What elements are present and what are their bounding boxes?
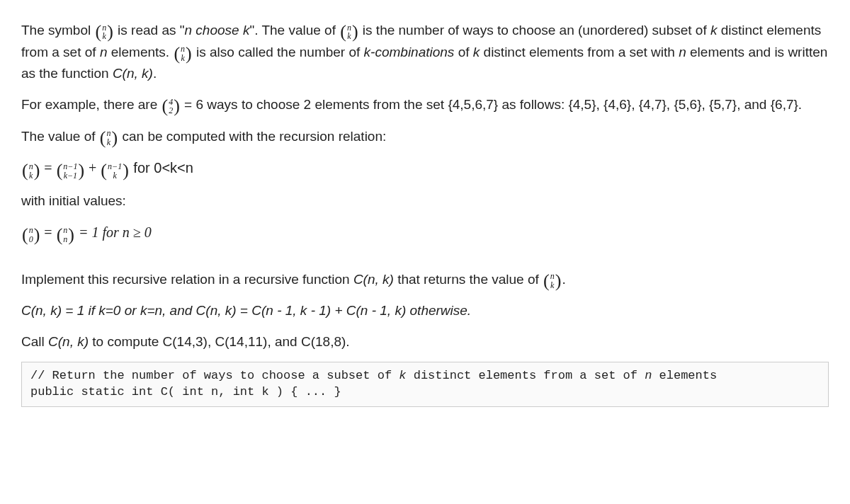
paragraph-recursion-intro: The value of (nk) can be computed with t… xyxy=(21,126,829,148)
text: distinct elements from a set with xyxy=(480,45,679,59)
text: ". The value of xyxy=(249,23,339,38)
text: is also called the number of xyxy=(193,45,364,59)
paragraph-example: For example, there are (42) = 6 ways to … xyxy=(21,94,829,116)
code-comment: // Return the number of ways to choose a… xyxy=(30,369,399,382)
text-italic: n xyxy=(100,45,108,59)
text: For example, there are xyxy=(21,97,161,112)
text: that returns the value of xyxy=(394,272,543,287)
text: The symbol xyxy=(21,23,94,38)
binom-n-k: (nk) xyxy=(100,127,118,147)
paragraph-initial-values: with initial values: xyxy=(21,190,829,211)
text: of xyxy=(454,45,472,59)
text: = xyxy=(40,160,55,176)
text-italic: C(n, k) xyxy=(113,66,153,81)
text: can be computed with the recursion relat… xyxy=(118,129,386,144)
text-italic: C(n, k) xyxy=(353,272,394,287)
binom-nminus1-kminus1: (n−1k−1) xyxy=(57,159,84,181)
text: = 6 ways to choose 2 elements from the s… xyxy=(181,97,802,112)
paragraph-call: Call C(n, k) to compute C(14,3), C(14,11… xyxy=(21,331,829,352)
equation-initial: (n0) = (nn) = 1 for n ≥ 0 xyxy=(21,222,829,245)
binom-n-k: (nk) xyxy=(543,270,561,290)
code-comment-italic: k xyxy=(399,369,406,382)
text-italic: k xyxy=(473,45,480,59)
code-comment: distinct elements from a set of xyxy=(407,369,645,382)
text: Implement this recursive relation in a r… xyxy=(21,272,353,287)
text: is read as " xyxy=(114,23,185,38)
paragraph-intro: The symbol (nk) is read as "n choose k".… xyxy=(21,20,829,84)
binom-n-k: (nk) xyxy=(340,21,358,41)
paragraph-implement: Implement this recursive relation in a r… xyxy=(21,269,829,291)
text: is the number of ways to choose an (unor… xyxy=(359,23,710,38)
text: + xyxy=(85,160,100,176)
code-comment-italic: n xyxy=(645,369,652,382)
equation-recursion: (nk) = (n−1k−1) + (n−1k) for 0<k<n xyxy=(21,157,829,181)
binom-4-2: (42) xyxy=(162,95,179,115)
binom-nminus1-k: (n−1k) xyxy=(101,159,128,181)
binom-n-0: (n0) xyxy=(22,223,40,245)
text: elements. xyxy=(107,45,173,59)
text: Call xyxy=(21,334,48,349)
binom-n-k: (nk) xyxy=(95,21,113,41)
text: to compute C(14,3), C(14,11), and C(18,8… xyxy=(89,334,350,349)
code-line: public static int C( int n, int k ) { ..… xyxy=(30,385,341,399)
text: . xyxy=(562,272,565,287)
text-italic: n xyxy=(679,45,686,59)
binom-n-k: (nk) xyxy=(22,159,40,181)
binom-n-n: (nn) xyxy=(57,223,74,245)
code-block: // Return the number of ways to choose a… xyxy=(21,362,829,407)
text: = xyxy=(40,224,55,240)
text: . xyxy=(153,66,157,81)
text: The value of xyxy=(21,129,99,144)
binom-n-k: (nk) xyxy=(174,42,191,63)
text-italic: n choose k xyxy=(185,23,250,38)
text: = 1 for n ≥ 0 xyxy=(75,224,152,240)
code-comment: elements xyxy=(652,369,717,382)
text-italic: k-combinations xyxy=(364,45,455,59)
text: for 0<k<n xyxy=(130,160,193,176)
text-italic: C(n, k) xyxy=(48,334,89,349)
paragraph-spec: C(n, k) = 1 if k=0 or k=n, and C(n, k) =… xyxy=(21,300,829,321)
